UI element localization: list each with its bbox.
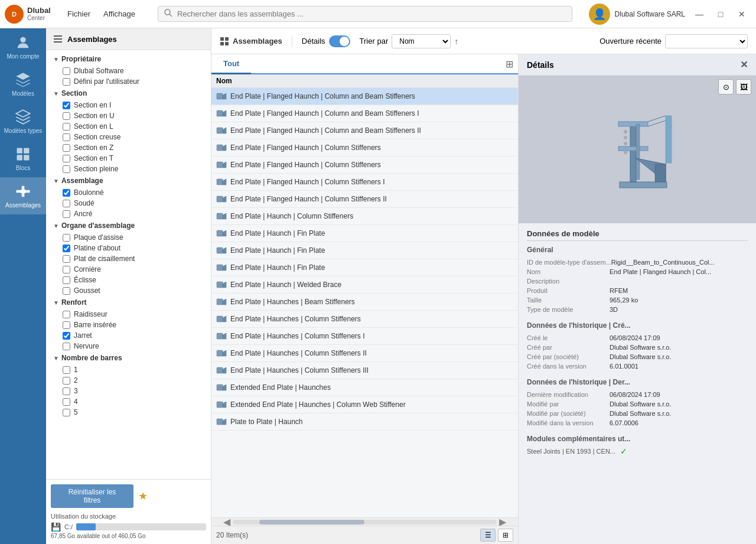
filter-checkbox[interactable] (63, 332, 70, 340)
filter-item[interactable]: 4 (46, 396, 211, 407)
filter-checkbox[interactable] (63, 366, 70, 374)
filter-checkbox[interactable] (63, 112, 70, 120)
menu-fichier[interactable]: Fichier (61, 7, 96, 21)
preview-action-2[interactable]: 🖼 (736, 79, 751, 95)
list-item[interactable]: End Plate | Haunch | Fin Plate (211, 225, 518, 242)
filter-checkbox[interactable] (63, 78, 70, 86)
reset-filters-button[interactable]: Réinitialiser les filtres (51, 484, 133, 508)
filter-item[interactable]: Ancré (46, 209, 211, 219)
filter-item[interactable]: Jarret (46, 330, 211, 341)
minimize-button[interactable]: — (690, 6, 709, 22)
list-item[interactable]: End Plate | Flanged Haunch | Column Stif… (211, 157, 518, 174)
filter-checkbox[interactable] (63, 200, 70, 207)
list-item[interactable]: End Plate | Haunches | Column Stiffeners… (211, 362, 518, 379)
filter-checkbox[interactable] (63, 266, 70, 273)
filter-item[interactable]: Section en L (46, 121, 211, 132)
filter-checkbox[interactable] (63, 245, 70, 252)
filter-group-header[interactable]: ▼Organe d'assemblage (46, 219, 211, 232)
sidebar-item-mon-compte[interactable]: Mon compte (0, 28, 46, 66)
list-item[interactable]: Extended End Plate | Haunches (211, 379, 518, 396)
filter-item[interactable]: 2 (46, 375, 211, 386)
details-toggle[interactable]: Détails (302, 35, 350, 47)
filter-checkbox[interactable] (63, 210, 70, 218)
filter-item[interactable]: Section en T (46, 153, 211, 164)
filter-item[interactable]: Section creuse (46, 132, 211, 142)
filter-item[interactable]: Plat de cisaillement (46, 253, 211, 264)
filter-item[interactable]: Section pleine (46, 164, 211, 174)
sort-select[interactable]: Nom (392, 34, 451, 48)
filter-item[interactable]: Soudé (46, 198, 211, 209)
list-item[interactable]: End Plate | Haunch | Column Stiffeners (211, 208, 518, 225)
filter-item[interactable]: Platine d'about (46, 243, 211, 253)
menu-affichage[interactable]: Affichage (97, 7, 141, 21)
filter-checkbox[interactable] (63, 189, 70, 197)
filter-item[interactable]: 5 (46, 407, 211, 418)
sidebar-item-assemblages[interactable]: Assemblages (0, 177, 46, 214)
filter-item[interactable]: Section en Z (46, 142, 211, 153)
list-item[interactable]: End Plate | Flanged Haunch | Column and … (211, 105, 518, 122)
filter-checkbox[interactable] (63, 102, 70, 109)
filter-checkbox[interactable] (63, 287, 70, 295)
list-item[interactable]: End Plate | Flanged Haunch | Column and … (211, 122, 518, 139)
filter-checkbox[interactable] (63, 155, 70, 162)
filter-group-header[interactable]: ▼Renfort (46, 296, 211, 309)
sidebar-item-modeles[interactable]: Modèles (0, 66, 46, 103)
filter-group-header[interactable]: ▼Assemblage (46, 174, 211, 187)
filter-item[interactable]: Cornière (46, 264, 211, 275)
filter-item[interactable]: Boulonné (46, 187, 211, 198)
list-scrollbar-h[interactable]: ◀ ▶ (211, 517, 518, 526)
filter-checkbox[interactable] (63, 276, 70, 284)
filter-checkbox[interactable] (63, 255, 70, 263)
filter-checkbox[interactable] (63, 377, 70, 385)
filter-item[interactable]: 1 (46, 364, 211, 375)
list-item[interactable]: Plate to Plate | Haunch (211, 413, 518, 431)
filter-checkbox[interactable] (63, 133, 70, 141)
filter-checkbox[interactable] (63, 398, 70, 406)
list-item[interactable]: End Plate | Haunch | Welded Brace (211, 276, 518, 294)
filter-item[interactable]: Nervure (46, 341, 211, 351)
details-toggle-switch[interactable] (329, 35, 350, 47)
list-item[interactable]: End Plate | Flanged Haunch | Column Stif… (211, 174, 518, 191)
filter-item[interactable]: Section en U (46, 110, 211, 121)
filter-group-header[interactable]: ▼Nombre de barres (46, 351, 211, 364)
list-item[interactable]: End Plate | Haunches | Column Stiffeners… (211, 345, 518, 362)
filter-item[interactable]: Raidisseur (46, 309, 211, 320)
list-item[interactable]: End Plate | Haunches | Column Stiffeners (211, 311, 518, 328)
maximize-button[interactable]: □ (711, 6, 730, 22)
filter-item[interactable]: Gousset (46, 285, 211, 296)
list-view-toggle-icon[interactable]: ⊞ (506, 58, 513, 70)
list-item[interactable]: End Plate | Flanged Haunch | Column Stif… (211, 139, 518, 157)
list-view-button[interactable]: ☰ (480, 529, 496, 542)
favorites-icon[interactable]: ★ (138, 490, 148, 503)
preview-action-1[interactable]: ⊙ (718, 79, 734, 95)
filter-checkbox[interactable] (63, 311, 70, 318)
filter-checkbox[interactable] (63, 409, 70, 416)
filter-item[interactable]: Section en I (46, 100, 211, 110)
filter-checkbox[interactable] (63, 234, 70, 242)
sidebar-item-modeles-types[interactable]: Modèles types (0, 103, 46, 140)
close-icon[interactable]: ✕ (740, 59, 748, 70)
list-item[interactable]: End Plate | Haunches | Column Stiffeners… (211, 328, 518, 345)
list-item[interactable]: End Plate | Haunches | Beam Stiffeners (211, 294, 518, 311)
sort-arrow-icon[interactable]: ↑ (454, 37, 458, 46)
list-item[interactable]: End Plate | Haunch | Fin Plate (211, 242, 518, 259)
sidebar-item-blocs[interactable]: Blocs (0, 140, 46, 177)
filter-checkbox[interactable] (63, 165, 70, 173)
filter-checkbox[interactable] (63, 67, 70, 75)
search-input[interactable] (177, 9, 566, 18)
list-item[interactable]: Extended End Plate | Haunches | Column W… (211, 396, 518, 413)
scrollbar-h-track[interactable] (233, 520, 497, 525)
filter-group-header[interactable]: ▼Section (46, 87, 211, 100)
close-button[interactable]: ✕ (732, 6, 751, 22)
filter-checkbox[interactable] (63, 321, 70, 329)
filter-group-header[interactable]: ▼Propriétaire (46, 53, 211, 66)
list-item[interactable]: End Plate | Flanged Haunch | Column and … (211, 88, 518, 105)
filter-item[interactable]: Défini par l'utilisateur (46, 76, 211, 87)
filter-checkbox[interactable] (63, 144, 70, 152)
filter-checkbox[interactable] (63, 343, 70, 350)
filter-item[interactable]: 3 (46, 386, 211, 396)
filter-item[interactable]: Barre insérée (46, 320, 211, 330)
tab-tout[interactable]: Tout (211, 54, 251, 74)
list-item[interactable]: End Plate | Flanged Haunch | Column Stif… (211, 191, 518, 208)
filter-item[interactable]: Dlubal Software (46, 66, 211, 76)
